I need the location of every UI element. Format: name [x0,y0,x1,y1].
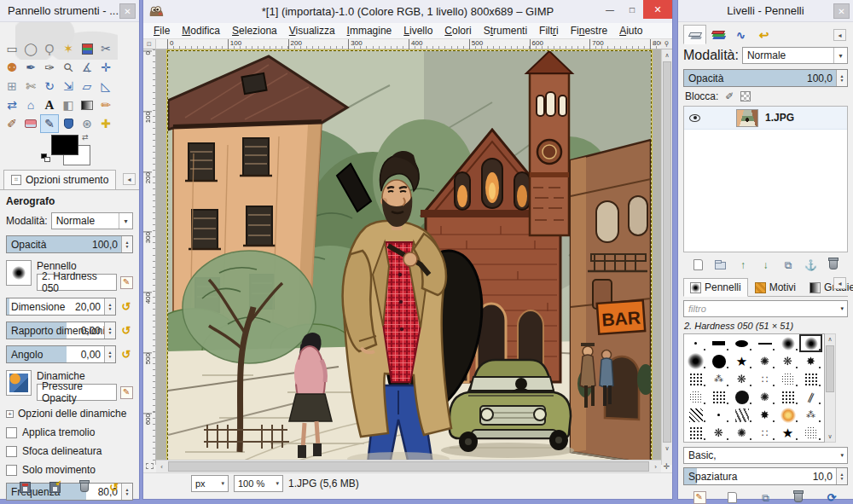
tool-airbrush[interactable]: ✎ [40,114,59,133]
image-window-titlebar[interactable]: *[1] (importata)-1.0 (Colore RGB, 1 live… [143,0,672,23]
edit-brush-icon[interactable] [120,276,133,289]
scroll-right-icon[interactable]: › [650,461,661,472]
brush-item[interactable] [776,388,799,406]
vertical-ruler[interactable]: 0100200300400500600 [143,49,156,465]
scroll-up-icon[interactable]: ∧ [662,49,672,61]
spinner[interactable]: ▲▼ [836,468,847,484]
brush-item[interactable] [799,352,822,370]
brush-filter-input[interactable]: filtro ▾ [683,300,848,317]
vertical-scroll-thumb[interactable] [663,61,671,443]
brush-item[interactable] [684,370,707,388]
layer-button-lower-layer[interactable] [758,258,774,271]
tool-text[interactable]: A [40,96,59,114]
brush-item[interactable] [753,352,776,370]
scroll-down-icon[interactable]: ∨ [825,432,835,442]
brush-item[interactable] [753,334,776,352]
dock-tab-layers[interactable] [683,25,706,44]
tool-clone[interactable]: ⊛ [78,114,96,133]
brush-button-refresh-brushes[interactable] [824,490,839,504]
menu-aiuto[interactable]: Aiuto [613,25,648,37]
edit-dynamics-icon[interactable] [120,386,133,399]
tool-gradient[interactable] [78,96,96,114]
tool-ink[interactable] [59,114,78,133]
brush-tag-select[interactable]: Basic, ▾ [683,447,848,464]
brush-button-delete-brush[interactable] [791,490,806,504]
brush-item[interactable] [799,388,822,406]
brush-item[interactable] [776,406,799,424]
menu-visualizza[interactable]: Visualizza [283,25,341,37]
canvas[interactable]: BAR [167,50,652,465]
tool-flip[interactable]: ⇄ [3,96,21,114]
default-colors-icon[interactable] [41,154,51,162]
tool-color-picker[interactable]: ✑ [40,58,59,77]
brush-item[interactable] [684,352,707,370]
close-icon[interactable]: ✕ [833,3,850,19]
vertical-scrollbar[interactable]: ∧ ∨ [661,49,672,465]
brush-item[interactable] [799,370,822,388]
brush-item[interactable] [776,334,799,352]
brush-item[interactable] [753,406,776,424]
scroll-down-icon[interactable]: ∨ [662,443,672,454]
brush-item[interactable] [753,388,776,406]
layer-opacity-slider[interactable]: Opacità 100,0 ▲▼ [683,69,848,87]
ruler-origin-button[interactable]: ⊡ [143,39,156,49]
brush-item[interactable] [753,424,776,442]
brush-button-duplicate-brush[interactable] [758,490,774,504]
angle-slider[interactable]: Angolo 0,00 ▲▼ [6,345,116,363]
brush-item[interactable] [730,388,753,406]
layer-button-raise-layer[interactable] [735,258,751,271]
brush-item[interactable] [707,334,730,352]
tool-select-by-color[interactable] [78,39,96,58]
brush-item[interactable] [730,406,753,424]
quick-mask-toggle[interactable] [143,460,156,472]
layer-button-duplicate-layer[interactable] [780,258,796,271]
checkbox-box[interactable] [6,446,17,457]
close-icon[interactable]: ✕ [643,0,672,19]
close-icon[interactable]: ✕ [119,3,136,19]
tab-pennelli[interactable]: Pennelli [683,278,748,297]
checkbox-box[interactable] [6,427,17,438]
brush-item[interactable] [753,370,776,388]
scroll-left-icon[interactable]: ‹ [156,461,167,472]
maximize-icon[interactable]: □ [621,0,643,19]
spacing-slider[interactable]: Spaziatura 10,0 ▲▼ [683,467,848,485]
zoom-image-icon[interactable]: ⚲ [661,39,672,49]
tool-free-select[interactable]: Ϙ [40,39,59,58]
lock-alpha-icon[interactable] [740,91,751,101]
dynamics-preview[interactable] [6,370,32,396]
tool-options-button-restore[interactable] [47,480,62,494]
dock-tab-paths[interactable] [729,25,752,44]
checkbox-box[interactable] [6,465,17,476]
scroll-up-icon[interactable]: ∧ [825,334,835,345]
tool-foreground-select[interactable]: ⚉ [3,58,21,77]
brush-item[interactable] [707,424,730,442]
layer-button-new-group[interactable] [713,258,728,271]
unit-select[interactable]: px▾ [191,475,229,492]
tool-ellipse-select[interactable]: ◯ [21,39,40,58]
layer-button-delete-layer[interactable] [826,258,841,271]
layer-button-anchor-layer[interactable] [804,258,819,271]
tool-fuzzy-select[interactable]: ✶ [59,39,78,58]
horizontal-scroll-thumb[interactable] [168,461,649,472]
menu-finestre[interactable]: Finestre [565,25,613,37]
spinner[interactable]: ▲▼ [836,70,847,86]
brush-item[interactable] [707,388,730,406]
tool-heal[interactable]: ✚ [96,114,115,133]
dock-titlebar[interactable]: Livelli - Pennelli ✕ [678,0,853,22]
tool-options-button-save[interactable] [17,480,32,494]
brush-item[interactable] [730,334,753,352]
spinner[interactable]: ▲▼ [104,346,115,362]
tool-measure[interactable]: ∡ [78,58,96,77]
brush-button-new-brush[interactable] [725,490,740,504]
reset-size-icon[interactable]: ↺ [119,300,133,313]
brush-item[interactable] [707,406,730,424]
foreground-color-swatch[interactable] [51,135,78,155]
tool-eraser[interactable] [21,114,40,133]
tool-bucket-fill[interactable]: ◧ [59,96,78,114]
brush-item[interactable] [684,334,707,352]
dock-tab-channels[interactable] [706,25,729,44]
tool-rectangle-select[interactable]: ▭ [3,39,21,58]
tool-paintbrush[interactable]: ✐ [3,114,21,133]
tool-perspective[interactable]: ◺ [96,77,115,96]
size-slider[interactable]: Dimensione 20,00 ▲▼ [6,298,116,316]
